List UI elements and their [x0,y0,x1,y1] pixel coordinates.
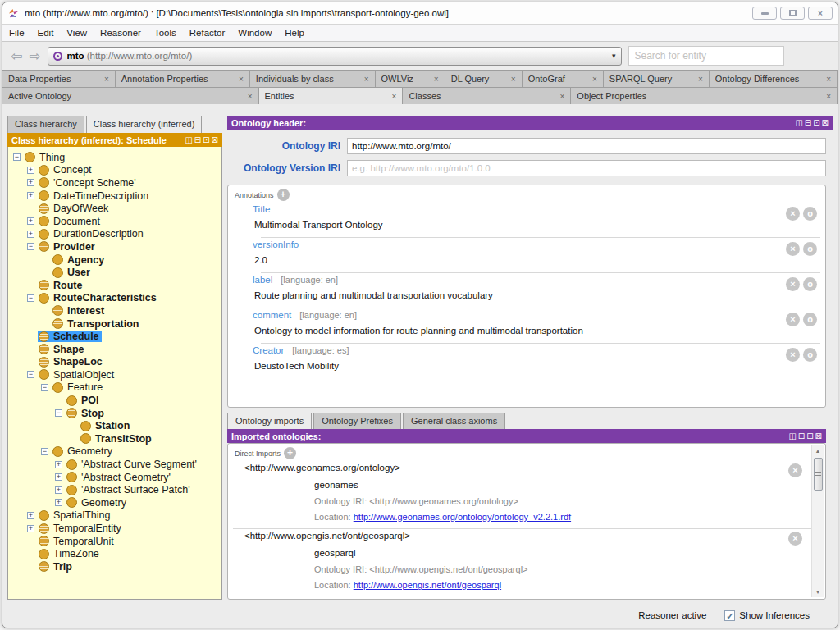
tree-item-abstract-geometry[interactable]: +'Abstract Geometry' [10,471,221,484]
tree-item-stop[interactable]: −Stop [10,407,221,420]
tab-active-ontology[interactable]: Active Ontology× [2,88,259,104]
tree-item-temporalentity[interactable]: +TemporalEntity [10,522,221,535]
tab-dl-query[interactable]: DL Query× [445,71,523,87]
expand-toggle-icon[interactable]: + [27,192,34,199]
tree-item-spatialobject[interactable]: −SpatialObject [10,368,221,381]
tree-item-abstract-surface-patch[interactable]: +'Abstract Surface Patch' [10,483,221,496]
annotation-property[interactable]: versionInfo [253,240,299,249]
tree-item-timezone[interactable]: TimeZone [10,547,221,560]
collapse-toggle-icon[interactable]: − [41,384,48,391]
menu-edit[interactable]: Edit [38,28,54,38]
tree-item-poi[interactable]: POI [10,394,221,407]
menu-reasoner[interactable]: Reasoner [100,28,141,38]
close-tab-icon[interactable]: × [826,92,831,101]
tree-item-interest[interactable]: Interest [10,304,221,317]
menu-tools[interactable]: Tools [154,28,176,38]
add-import-button[interactable]: + [284,447,296,459]
expand-icon[interactable]: ⊡ [813,119,819,127]
subtab-class-hierarchy-inferred[interactable]: Class hierarchy (inferred) [86,116,202,133]
tree-item-dayofweek[interactable]: DayOfWeek [10,202,221,215]
tab-classes[interactable]: Classes× [403,88,571,104]
menu-view[interactable]: View [66,28,87,38]
collapse-icon[interactable]: ⊟ [805,119,811,127]
delete-annotation-button[interactable]: × [786,242,800,256]
expand-toggle-icon[interactable]: + [55,499,62,506]
minimize-button[interactable] [752,7,777,20]
scrollbar[interactable]: ▲ ▼ [811,445,824,597]
float-icon[interactable]: ◫ [788,432,796,441]
tab-annotation-properties[interactable]: Annotation Properties× [116,71,250,87]
tree-item-thing[interactable]: −Thing [10,151,221,164]
expand-toggle-icon[interactable]: + [55,461,62,468]
tree-item-station[interactable]: Station [10,419,221,432]
checkbox-checked-icon[interactable]: ✓ [724,610,735,621]
tree-item-concept-scheme[interactable]: +'Concept Scheme' [10,176,221,189]
close-tab-icon[interactable]: × [392,92,397,101]
collapse-icon[interactable]: ⊟ [194,136,201,144]
expand-toggle-icon[interactable]: + [27,525,34,532]
collapse-toggle-icon[interactable]: − [27,371,34,378]
float-icon[interactable]: ◫ [795,119,802,127]
tree-item-geometry[interactable]: +Geometry [10,496,221,509]
tree-item-spatialthing[interactable]: +SpatialThing [10,509,221,523]
subtab-ontology-prefixes[interactable]: Ontology Prefixes [313,413,401,429]
ontology-version-iri-input[interactable] [347,160,826,176]
maximize-button[interactable] [780,7,805,20]
tab-ontology-differences[interactable]: Ontology Differences× [710,71,838,87]
menu-window[interactable]: Window [238,28,272,38]
tree-item-temporalunit[interactable]: TemporalUnit [10,535,221,548]
close-tab-icon[interactable]: × [248,92,253,101]
tree-item-document[interactable]: +Document [10,215,221,228]
tab-object-properties[interactable]: Object Properties× [571,88,838,104]
scroll-down-icon[interactable]: ▼ [815,587,821,597]
chevron-down-icon[interactable]: ▾ [612,52,616,60]
expand-icon[interactable]: ⊡ [203,136,209,144]
close-tab-icon[interactable]: × [592,75,597,84]
tab-individuals-by-class[interactable]: Individuals by class× [250,71,376,87]
annotation-property[interactable]: Creator [253,345,284,355]
show-inferences-toggle[interactable]: ✓ Show Inferences [724,610,810,621]
tree-item-abstract-curve-segment[interactable]: +'Abstract Curve Segment' [10,458,221,471]
add-annotation-button[interactable]: + [277,189,290,201]
close-panel-icon[interactable]: ⊠ [212,136,218,144]
close-tab-icon[interactable]: × [698,75,703,84]
close-tab-icon[interactable]: × [826,75,831,84]
tree-item-transportation[interactable]: Transportation [10,317,221,331]
title-bar[interactable]: mto (http://www.mto.org/mto/) : [D:\Docu… [2,2,838,25]
remove-import-button[interactable]: × [788,532,802,546]
close-tab-icon[interactable]: × [239,75,244,84]
close-tab-icon[interactable]: × [364,75,369,84]
tree-item-route[interactable]: Route [10,279,221,292]
expand-toggle-icon[interactable]: + [55,486,62,494]
expand-toggle-icon[interactable]: + [27,217,34,225]
expand-toggle-icon[interactable]: + [27,179,34,186]
close-tab-icon[interactable]: × [511,75,516,84]
collapse-icon[interactable]: ⊟ [798,432,805,441]
float-icon[interactable]: ◫ [185,136,192,144]
delete-annotation-button[interactable]: × [786,313,800,326]
subtab-general-class-axioms[interactable]: General class axioms [403,413,505,429]
close-tab-icon[interactable]: × [104,75,109,84]
tab-owlviz[interactable]: OWLViz× [376,71,445,87]
expand-toggle-icon[interactable]: + [27,512,34,519]
collapse-toggle-icon[interactable]: − [13,153,21,161]
delete-annotation-button[interactable]: × [786,277,800,291]
close-tab-icon[interactable]: × [560,92,565,101]
annotation-property[interactable]: label [253,275,272,285]
tree-item-routecharacteristics[interactable]: −RouteCharacteristics [10,292,221,305]
tree-item-concept[interactable]: +Concept [10,164,221,177]
tab-entities[interactable]: Entities× [259,88,404,104]
close-panel-icon[interactable]: ⊠ [822,119,829,127]
tree-item-agency[interactable]: Agency [10,253,221,267]
tree-item-trip[interactable]: Trip [10,560,221,573]
scrollbar-thumb[interactable] [814,458,823,491]
expand-toggle-icon[interactable]: + [55,473,62,481]
edit-annotation-button[interactable]: o [803,277,817,291]
expand-toggle-icon[interactable]: + [27,231,34,238]
search-input[interactable] [628,46,784,66]
delete-annotation-button[interactable]: × [786,207,800,221]
edit-annotation-button[interactable]: o [803,348,817,362]
import-location-link[interactable]: http://www.opengis.net/ont/geosparql [354,580,501,590]
ontology-selector[interactable]: mto (http://www.mto.org/mto/) ▾ [48,47,622,66]
import-location-link[interactable]: http://www.geonames.org/ontology/ontolog… [354,512,571,522]
